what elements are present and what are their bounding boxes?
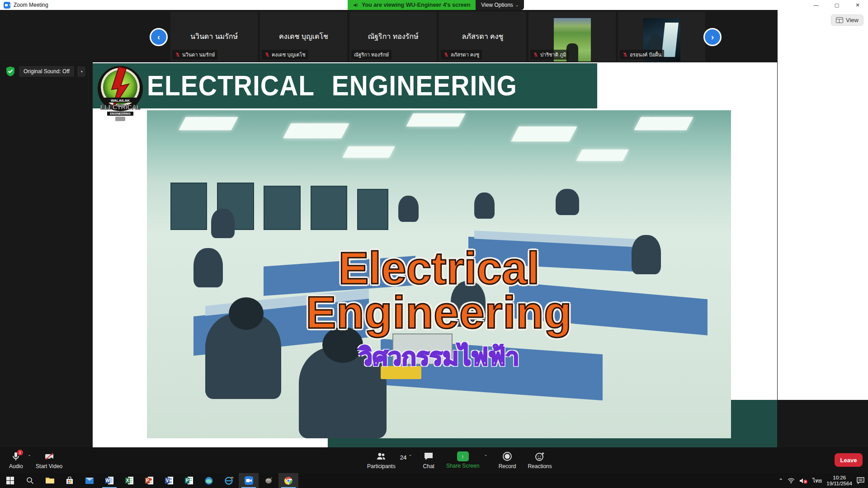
internet-explorer-icon[interactable] (219, 473, 239, 488)
minimize-button[interactable]: — (806, 0, 826, 10)
chevron-down-icon: ⌄ (515, 3, 519, 7)
publisher-icon[interactable]: P (179, 473, 199, 488)
overlay-title-line2: Engineering (147, 290, 731, 334)
svg-text:X: X (126, 478, 129, 483)
mail-icon[interactable] (80, 473, 99, 488)
svg-text:P: P (146, 478, 149, 483)
microsoft-store-icon[interactable] (60, 473, 80, 488)
security-shield-icon (5, 66, 15, 77)
volume-muted-icon[interactable] (799, 478, 808, 484)
reactions-button[interactable]: Reactions (525, 451, 554, 469)
muted-mic-icon (533, 52, 538, 57)
screen-share-banner: You are viewing WU-Engineer 4's screen V… (348, 0, 524, 10)
powerpoint-icon[interactable]: P (139, 473, 159, 488)
file-explorer-icon[interactable] (40, 473, 60, 488)
svg-text:ENGINEERING: ENGINEERING (110, 112, 131, 115)
excel-icon[interactable]: X (119, 473, 139, 488)
language-indicator[interactable]: ไทย (812, 476, 822, 485)
grid-view-icon (836, 17, 843, 23)
previous-participants-button[interactable]: ‹ (150, 28, 168, 46)
view-button[interactable]: View (831, 14, 863, 26)
microphone-icon: ! (10, 451, 21, 462)
zoom-toolbar: ! Audio ⌃ Start Video Participants (0, 447, 868, 473)
right-panel: View (778, 10, 868, 400)
banner-text: You are viewing WU-Engineer 4's screen (362, 2, 470, 8)
participant-name: นวินดา นมรักษ์ (170, 31, 258, 42)
participants-button[interactable]: Participants (364, 451, 398, 469)
participants-options-chevron[interactable]: ⌃ (408, 454, 412, 459)
svg-text:!: ! (19, 450, 21, 455)
participant-tile[interactable]: ณัฐริกา ทองรักษ์ ณัฐริกา ทองรักษ์ (349, 12, 437, 61)
participant-label: ณัฐริกา ทองรักษ์ (354, 51, 389, 59)
overlay-title-line1: Electrical (147, 246, 731, 290)
next-participants-button[interactable]: › (703, 28, 722, 46)
original-sound-dropdown[interactable]: ▾ (78, 66, 85, 77)
wifi-icon[interactable] (788, 478, 795, 483)
action-center-icon[interactable] (857, 477, 864, 484)
participant-name: ลภัสรดา คงชู (439, 31, 526, 42)
participant-name: คงเดช บุญเตโช (260, 31, 347, 42)
chrome-icon[interactable] (278, 473, 298, 488)
participant-tile[interactable]: คงเดช บุญเตโช คงเดช บุญเตโช (260, 12, 347, 61)
participant-filmstrip: ‹ นวินดา นมรักษ์ นวินดา นมรักษ์ คงเดช บุ… (0, 10, 778, 62)
participant-tile[interactable]: ลภัสรดา คงชู ลภัสรดา คงชู (439, 12, 526, 61)
svg-text:V: V (166, 478, 169, 483)
participant-tile[interactable]: ปาริชาติ ภูมิ (528, 12, 616, 61)
electrical-engineering-logo: WALAILAK ELECTRICAL ENGINEERING (96, 63, 144, 122)
view-options-button[interactable]: View Options ⌄ (476, 0, 524, 10)
record-button[interactable]: Record (496, 451, 519, 469)
edge-icon[interactable] (199, 473, 219, 488)
tray-expand-chevron[interactable]: ⌃ (778, 478, 783, 484)
windows-taskbar: W X P V P ⌃ ไท (0, 473, 868, 488)
participant-tile[interactable]: นวินดา นมรักษ์ นวินดา นมรักษ์ (170, 12, 258, 61)
zoom-taskbar-icon[interactable] (239, 473, 259, 488)
svg-text:P: P (186, 478, 189, 483)
share-screen-button[interactable]: ↑ Share Screen (443, 451, 482, 469)
zoom-app-icon (4, 2, 10, 9)
visio-icon[interactable]: V (159, 473, 179, 488)
participant-label: คงเดช บุญเตโช (272, 51, 306, 59)
start-button[interactable] (0, 473, 20, 488)
slide-bottom-strip (328, 438, 777, 447)
participant-name: ณัฐริกา ทองรักษ์ (349, 31, 437, 42)
participant-tile[interactable]: อรอนงค์ ป้อฝั้น (618, 12, 705, 61)
shared-screen-video: Electrical Engineering วิศวกรรมไฟฟ้า (147, 110, 731, 438)
close-button[interactable]: ✕ (847, 0, 868, 10)
word-icon[interactable]: W (99, 473, 119, 488)
gimp-icon[interactable] (259, 473, 278, 488)
audio-alert-badge: ! (17, 450, 23, 455)
slide-title: ELECTRICAL ENGINEERING (147, 69, 599, 102)
speaker-icon (353, 2, 359, 8)
shared-screen: ELECTRICAL ENGINEERING WALAILAK ELECTRIC… (93, 62, 777, 447)
muted-mic-icon (443, 52, 449, 57)
participants-count: 24 (400, 454, 406, 461)
maximize-button[interactable]: ▢ (826, 0, 847, 10)
svg-text:W: W (105, 478, 110, 483)
record-icon (502, 451, 513, 462)
camera-off-icon (44, 451, 55, 462)
chat-button[interactable]: Chat (420, 451, 437, 469)
search-icon[interactable] (20, 473, 40, 488)
original-sound-button[interactable]: Original Sound: Off (19, 66, 74, 77)
svg-text:ELECTRICAL: ELECTRICAL (100, 103, 141, 111)
chat-icon (423, 451, 434, 462)
muted-mic-icon (623, 52, 628, 57)
taskbar-clock[interactable]: 10:26 19/11/2564 (826, 475, 852, 487)
share-screen-icon: ↑ (457, 451, 469, 461)
window-title: Zoom Meeting (14, 2, 48, 8)
overlay-title-thai: วิศวกรรมไฟฟ้า (147, 337, 731, 376)
audio-options-chevron[interactable]: ⌃ (28, 454, 31, 459)
participant-label: อรอนงค์ ป้อฝั้น (630, 51, 661, 59)
svg-text:WALAILAK: WALAILAK (111, 99, 130, 103)
leave-button[interactable]: Leave (835, 453, 863, 467)
start-video-button[interactable]: Start Video (33, 451, 65, 469)
muted-mic-icon (175, 52, 180, 57)
reactions-icon (534, 451, 545, 462)
muted-mic-icon (264, 52, 270, 57)
participants-icon (376, 451, 387, 462)
participant-label: ลภัสรดา คงชู (451, 51, 479, 59)
share-options-chevron[interactable]: ⌃ (484, 454, 487, 459)
zoom-meeting-window: Zoom Meeting — ▢ ✕ You are viewing WU-En… (0, 0, 868, 488)
participant-label: ปาริชาติ ภูมิ (540, 51, 566, 59)
audio-button[interactable]: ! Audio (6, 451, 26, 469)
